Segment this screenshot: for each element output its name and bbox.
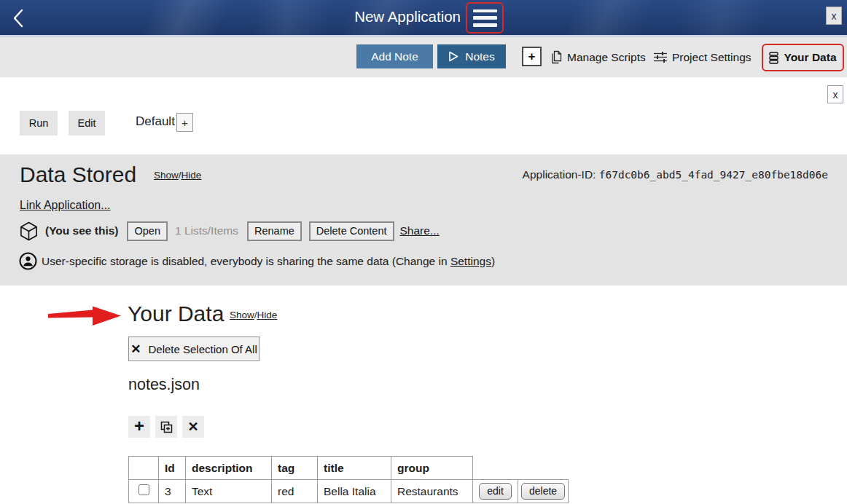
project-settings-label: Project Settings xyxy=(672,51,752,64)
header-description: description xyxy=(186,457,272,480)
delete-selection-label: Delete Selection Of All xyxy=(149,343,257,355)
your-data-label: Your Data xyxy=(784,51,836,64)
rename-button[interactable]: Rename xyxy=(247,221,302,241)
show-link[interactable]: Show xyxy=(230,310,254,320)
cell-description: Text xyxy=(186,480,272,503)
play-icon xyxy=(448,51,458,62)
your-data-button[interactable]: Your Data xyxy=(769,51,836,64)
header-tag: tag xyxy=(272,457,318,480)
duplicate-row-button[interactable] xyxy=(155,416,177,438)
highlight-your-data: Your Data xyxy=(762,44,844,71)
annotation-arrow xyxy=(48,306,122,326)
storage-note-after: ) xyxy=(491,255,495,267)
hide-link[interactable]: Hide xyxy=(257,310,278,320)
notes-button[interactable]: Notes xyxy=(437,44,506,68)
show-link[interactable]: Show xyxy=(154,170,179,181)
run-button[interactable]: Run xyxy=(20,111,58,135)
back-button[interactable] xyxy=(7,7,29,29)
link-application-link[interactable]: Link Application... xyxy=(20,199,111,212)
edit-button[interactable]: Edit xyxy=(69,111,105,135)
row-checkbox[interactable] xyxy=(138,484,149,495)
delete-content-button[interactable]: Delete Content xyxy=(309,221,394,241)
your-data-section: Your Data Show/Hide ✕ Delete Selection O… xyxy=(0,286,847,504)
cross-icon: ✕ xyxy=(130,343,141,355)
your-data-heading: Your Data xyxy=(128,302,224,326)
database-icon xyxy=(769,52,778,64)
cube-icon xyxy=(20,221,38,241)
run-bar: x Run Edit Default + xyxy=(0,77,847,154)
hamburger-menu-icon[interactable] xyxy=(473,9,497,27)
add-row-button[interactable]: + xyxy=(128,416,150,438)
application-id-label: Application-ID: xyxy=(523,168,596,181)
application-id: Application-ID: f67dc0b6_abd5_4fad_9427_… xyxy=(523,168,828,181)
sliders-icon xyxy=(654,51,667,63)
row-delete-button[interactable]: delete xyxy=(521,483,565,500)
cell-title: Bella Italia xyxy=(318,480,391,503)
cell-id: 3 xyxy=(159,480,186,503)
storage-note-before: User-specific storage is disabled, every… xyxy=(42,255,450,267)
duplicate-icon xyxy=(160,421,173,433)
hide-link[interactable]: Hide xyxy=(182,170,202,181)
share-link[interactable]: Share... xyxy=(400,224,440,237)
cell-group: Restaurants xyxy=(391,480,473,503)
data-table: Id description tag title group 3 Text re… xyxy=(128,456,569,503)
user-storage-note-text: User-specific storage is disabled, every… xyxy=(42,255,495,268)
panel-close-button[interactable]: x xyxy=(827,85,843,103)
delete-selection-button[interactable]: ✕ Delete Selection Of All xyxy=(128,336,259,361)
data-stored-heading: Data Stored xyxy=(20,162,136,187)
user-storage-note: User-specific storage is disabled, every… xyxy=(19,252,495,270)
user-icon xyxy=(19,252,37,270)
app-title: New Application xyxy=(354,8,461,25)
data-file-name: notes.json xyxy=(128,376,200,394)
titlebar-close-button[interactable]: x xyxy=(826,7,842,25)
lists-items-count: 1 Lists/Items xyxy=(175,224,238,237)
notes-button-label: Notes xyxy=(465,50,495,63)
cell-tag: red xyxy=(272,480,318,503)
visibility-label: (You see this) xyxy=(45,224,118,237)
project-settings-button[interactable]: Project Settings xyxy=(654,37,752,77)
application-id-value: f67dc0b6_abd5_4fad_9427_e80fbe18d06e xyxy=(599,169,828,181)
delete-row-button[interactable]: ✕ xyxy=(182,416,204,438)
row-edit-button[interactable]: edit xyxy=(479,483,512,500)
manage-scripts-button[interactable]: Manage Scripts xyxy=(550,37,646,77)
screen-tab-default[interactable]: Default xyxy=(136,114,175,129)
table-header-row: Id description tag title group xyxy=(129,457,569,480)
toolbar: Add Note Notes + Manage Scripts xyxy=(0,37,847,77)
header-title: title xyxy=(318,457,391,480)
data-stored-show-hide: Show/Hide xyxy=(154,170,201,181)
table-row: 3 Text red Bella Italia Restaurants edit… xyxy=(129,480,569,503)
storage-row: (You see this) Open 1 Lists/Items Rename… xyxy=(20,220,440,242)
add-tab-button[interactable]: + xyxy=(176,113,193,132)
your-data-show-hide: Show/Hide xyxy=(230,310,277,320)
add-note-button[interactable]: Add Note xyxy=(356,44,433,68)
header-id: Id xyxy=(159,457,186,480)
open-button[interactable]: Open xyxy=(127,221,167,241)
header-select xyxy=(129,457,159,480)
settings-link[interactable]: Settings xyxy=(450,255,491,267)
back-chevron-icon xyxy=(11,8,26,28)
data-stored-section: Data Stored Show/Hide Application-ID: f6… xyxy=(0,154,847,286)
table-toolbar: + ✕ xyxy=(128,416,204,438)
manage-scripts-label: Manage Scripts xyxy=(567,51,646,64)
copy-pages-icon xyxy=(550,50,562,64)
titlebar: New Application x xyxy=(0,0,847,37)
header-group: group xyxy=(391,457,473,480)
highlight-hamburger xyxy=(466,2,504,34)
add-screen-button[interactable]: + xyxy=(522,47,542,66)
